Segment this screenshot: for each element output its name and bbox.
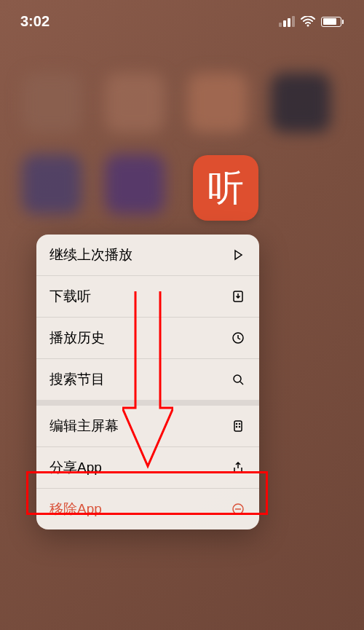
- menu-item-edit-home[interactable]: 编辑主屏幕: [36, 406, 259, 447]
- clock-icon: [230, 330, 246, 346]
- menu-item-history[interactable]: 播放历史: [36, 318, 259, 359]
- context-menu: 继续上次播放 下载听 播放历史 搜索节目 编辑主屏幕 分享App 移除: [36, 235, 259, 529]
- svg-point-8: [240, 427, 240, 428]
- menu-label: 分享App: [50, 458, 102, 477]
- app-icon-glyph: 听: [207, 164, 244, 213]
- battery-icon: [321, 17, 344, 27]
- download-icon: [230, 288, 246, 304]
- home-screen-apps-blurred: [0, 73, 364, 214]
- play-icon: [230, 247, 246, 263]
- svg-point-0: [307, 25, 309, 27]
- svg-rect-4: [234, 421, 242, 431]
- menu-label: 播放历史: [50, 328, 105, 347]
- menu-label: 编辑主屏幕: [50, 417, 119, 436]
- app-icon-ximalaya[interactable]: 听: [193, 155, 258, 221]
- status-bar: 3:02: [0, 0, 364, 30]
- menu-item-remove-app[interactable]: 移除App: [36, 489, 259, 529]
- cellular-signal-icon: [279, 16, 295, 27]
- apps-icon: [230, 418, 246, 434]
- svg-point-3: [234, 375, 241, 382]
- search-icon: [230, 371, 246, 387]
- status-icons: [279, 16, 344, 27]
- svg-point-5: [237, 424, 237, 425]
- menu-label: 下载听: [50, 287, 91, 306]
- menu-separator: [36, 400, 259, 406]
- menu-label: 继续上次播放: [50, 245, 132, 264]
- svg-point-6: [240, 424, 240, 425]
- menu-item-search[interactable]: 搜索节目: [36, 359, 259, 400]
- menu-item-continue-play[interactable]: 继续上次播放: [36, 235, 259, 276]
- remove-icon: [230, 501, 246, 517]
- wifi-icon: [301, 16, 315, 27]
- menu-item-share[interactable]: 分享App: [36, 447, 259, 489]
- svg-point-7: [237, 427, 237, 428]
- menu-label: 搜索节目: [50, 370, 105, 389]
- menu-label: 移除App: [50, 500, 102, 519]
- status-time: 3:02: [20, 13, 50, 30]
- menu-item-download[interactable]: 下载听: [36, 276, 259, 318]
- share-icon: [230, 460, 246, 476]
